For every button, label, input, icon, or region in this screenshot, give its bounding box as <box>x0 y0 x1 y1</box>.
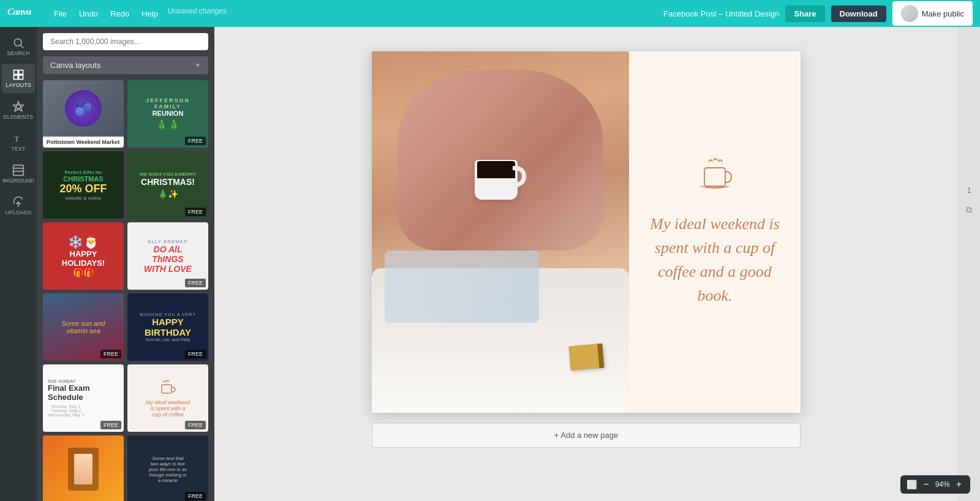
free-badge-exam: FREE <box>100 421 121 429</box>
sidebar-item-elements[interactable]: ELEMENTS <box>2 96 35 125</box>
free-badge-reunion: FREE <box>185 137 206 145</box>
layout-item-holidays[interactable]: ❄️🎅 HAPPY HOLIDAYS! 🎁🎁 <box>43 222 124 290</box>
svg-rect-3 <box>14 70 18 75</box>
svg-rect-15 <box>704 168 725 186</box>
canvas-photo <box>372 51 629 413</box>
menu-redo[interactable]: Redo <box>105 7 134 21</box>
layout-item-christmas-dark[interactable]: Perfect Gifts for CHRISTMAS 20% OFF webs… <box>43 151 124 219</box>
zoom-out-button[interactable]: − <box>921 479 931 490</box>
svg-marker-8 <box>13 102 24 111</box>
sidebar-search-label: SEARCH <box>7 50 30 56</box>
svg-text:Canva: Canva <box>7 6 31 17</box>
layout-item-christmas-green[interactable]: WE WISH YOU A MERRY CHRISTMAS! 🎄✨ FREE <box>127 151 208 219</box>
sidebar-item-search[interactable]: SEARCH <box>2 32 35 61</box>
search-input[interactable] <box>43 33 208 50</box>
svg-rect-6 <box>19 75 23 80</box>
layout-blueberries-title: Pottistown Weekend Market <box>47 139 120 145</box>
sidebar-item-uploads[interactable]: UPLOADS <box>2 191 35 220</box>
free-badge-coffee: FREE <box>185 421 206 429</box>
share-button[interactable]: Share <box>785 6 824 22</box>
main-layout: SEARCH LAYOUTS ELEMENTS T TEXT BKGROUND … <box>0 27 980 501</box>
dropdown-label: Canva layouts <box>50 61 100 70</box>
sidebar-item-layouts[interactable]: LAYOUTS <box>2 64 35 93</box>
coffee-cup-icon <box>693 157 736 200</box>
topbar-menu: File Undo Redo Help Unsaved changes <box>49 7 227 21</box>
layout-item-dark-quote[interactable]: Some text thattwo ways to liveyour life … <box>127 435 208 501</box>
free-badge-christmas: FREE <box>185 208 206 216</box>
design-title: Facebook Post – Untitled Design <box>663 9 779 18</box>
sidebar-uploads-label: UPLOADS <box>5 209 31 216</box>
menu-undo[interactable]: Undo <box>74 7 103 21</box>
canvas-text-side: My ideal weekend is spent with a cup of … <box>629 51 801 413</box>
avatar <box>901 5 918 22</box>
canvas-main-text: My ideal weekend is spent with a cup of … <box>647 212 782 307</box>
download-button[interactable]: Download <box>831 6 886 22</box>
layout-item-beach[interactable] <box>43 435 124 501</box>
layout-item-do-all-things[interactable]: ALLY BREMER DO AlLThINGSWITH LOVE FREE <box>127 222 208 290</box>
right-panel: 1 ⧉ <box>958 27 980 501</box>
menu-help[interactable]: Help <box>137 7 163 21</box>
monitor-icon: ⬜ <box>907 480 917 489</box>
free-badge-birthday: FREE <box>185 350 206 358</box>
svg-rect-5 <box>14 75 18 80</box>
layouts-grid: 🫐 Pottistown Weekend Market JEFFERSON FA… <box>37 80 214 501</box>
svg-point-1 <box>14 39 21 46</box>
svg-line-2 <box>21 45 24 48</box>
layout-item-blueberries[interactable]: 🫐 Pottistown Weekend Market <box>43 80 124 148</box>
free-badge-dark: FREE <box>185 492 206 500</box>
layout-item-reunion[interactable]: JEFFERSON FAMILY REUNION 🎄🎄 FREE <box>127 80 208 148</box>
zoom-level: 94% <box>935 480 950 489</box>
topbar: Canva File Undo Redo Help Unsaved change… <box>0 0 980 27</box>
sidebar-text-label: TEXT <box>11 146 25 152</box>
add-page-button[interactable]: + Add a new page <box>372 423 801 448</box>
zoom-in-button[interactable]: + <box>954 479 964 490</box>
chevron-down-icon: ▼ <box>195 62 201 69</box>
make-public-label: Make public <box>922 9 964 18</box>
canva-logo[interactable]: Canva <box>7 4 39 23</box>
topbar-right: Facebook Post – Untitled Design Share Do… <box>663 1 973 26</box>
free-badge-doall: FREE <box>185 279 206 287</box>
sidebar-layouts-label: LAYOUTS <box>6 82 31 88</box>
sidebar-background-label: BKGROUND <box>2 178 34 184</box>
sidebar-item-background[interactable]: BKGROUND <box>2 159 35 189</box>
free-badge-sunshine: FREE <box>100 350 121 358</box>
icon-sidebar: SEARCH LAYOUTS ELEMENTS T TEXT BKGROUND … <box>0 27 37 501</box>
design-canvas: My ideal weekend is spent with a cup of … <box>372 51 801 413</box>
svg-rect-14 <box>162 385 172 393</box>
zoom-controls: ⬜ − 94% + <box>900 475 970 494</box>
svg-rect-10 <box>13 165 24 176</box>
layout-item-sunshine[interactable]: Some sun andvitamin sea FREE <box>43 293 124 361</box>
unsaved-indicator: Unsaved changes <box>168 7 227 21</box>
menu-file[interactable]: File <box>49 7 72 21</box>
sidebar-item-text[interactable]: T TEXT <box>2 127 35 157</box>
layout-item-coffee-book[interactable]: My ideal weekendis spent with acup of co… <box>127 364 208 432</box>
layout-item-final-exam[interactable]: DUE SUNDAY Final ExamSchedule Monday, Ma… <box>43 364 124 432</box>
panel-search-area <box>37 27 214 56</box>
sidebar-elements-label: ELEMENTS <box>4 114 34 120</box>
page-number: 1 <box>967 186 971 195</box>
canvas-area[interactable]: My ideal weekend is spent with a cup of … <box>214 27 958 501</box>
make-public-button[interactable]: Make public <box>892 1 973 26</box>
svg-rect-4 <box>19 70 23 75</box>
layout-item-birthday[interactable]: WISHING YOU A VERY HAPPYBIRTHDAY from Al… <box>127 293 208 361</box>
copy-icon[interactable]: ⧉ <box>966 205 972 215</box>
panel-sidebar: Canva layouts ▼ 🫐 Pottistown Weekend Mar… <box>37 27 214 501</box>
svg-text:T: T <box>14 134 19 143</box>
layout-dropdown[interactable]: Canva layouts ▼ <box>43 56 208 74</box>
